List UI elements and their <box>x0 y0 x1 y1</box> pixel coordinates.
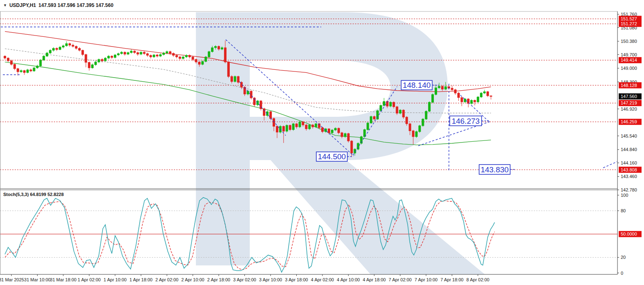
callout-price-label[interactable]: 146.273 <box>452 117 480 125</box>
candle-bullish[interactable] <box>370 116 372 123</box>
candle-bearish[interactable] <box>402 110 404 117</box>
candle-bearish[interactable] <box>169 51 171 53</box>
x-tick-label[interactable]: 31 Mar 18:00 <box>50 277 77 282</box>
x-tick-label[interactable]: 8 Apr 02:00 <box>466 277 489 282</box>
candle-bullish[interactable] <box>59 47 61 49</box>
candle-bearish[interactable] <box>409 124 411 131</box>
candle-bearish[interactable] <box>289 125 291 130</box>
candle-bearish[interactable] <box>347 134 349 141</box>
candle-bearish[interactable] <box>147 53 149 55</box>
candle-bullish[interactable] <box>419 126 421 131</box>
candle-bullish[interactable] <box>46 53 48 56</box>
x-tick-label[interactable]: 3 Apr 18:00 <box>285 277 308 282</box>
candle-bearish[interactable] <box>312 125 314 127</box>
candle-bullish[interactable] <box>114 55 116 58</box>
candle-bearish[interactable] <box>175 56 178 57</box>
candle-bearish[interactable] <box>137 53 139 54</box>
candle-bearish[interactable] <box>273 118 275 126</box>
candle-bullish[interactable] <box>160 55 162 56</box>
candle-bearish[interactable] <box>457 93 460 98</box>
candle-bullish[interactable] <box>234 76 236 81</box>
price-axis[interactable]: 151.760151.080150.380149.700149.000148.3… <box>617 12 642 276</box>
candle-bearish[interactable] <box>88 62 90 68</box>
candle-bearish[interactable] <box>373 116 375 119</box>
candle-bullish[interactable] <box>208 51 210 57</box>
candle-bearish[interactable] <box>7 58 9 61</box>
candle-bearish[interactable] <box>224 48 226 62</box>
candle-bullish[interactable] <box>98 60 100 62</box>
candle-bullish[interactable] <box>309 125 311 129</box>
candle-bullish[interactable] <box>27 70 29 73</box>
x-tick-label[interactable]: 4 Apr 18:00 <box>363 277 386 282</box>
stochastic-panel[interactable] <box>0 198 617 272</box>
x-tick-label[interactable]: 2 Apr 02:00 <box>155 277 178 282</box>
candle-bearish[interactable] <box>75 47 77 49</box>
candle-bearish[interactable] <box>474 100 476 102</box>
candle-bullish[interactable] <box>163 53 165 55</box>
candle-bullish[interactable] <box>65 44 67 46</box>
candle-bearish[interactable] <box>150 56 152 57</box>
x-tick-label[interactable]: 2 Apr 18:00 <box>207 277 230 282</box>
candle-bearish[interactable] <box>276 126 278 132</box>
candle-bearish[interactable] <box>237 76 239 82</box>
candle-bearish[interactable] <box>82 50 84 55</box>
candle-bullish[interactable] <box>429 102 431 111</box>
candle-bearish[interactable] <box>189 56 191 57</box>
candle-bearish[interactable] <box>393 102 395 107</box>
candle-bearish[interactable] <box>227 62 229 76</box>
candle-bullish[interactable] <box>185 56 187 57</box>
candle-bullish[interactable] <box>20 71 22 72</box>
candle-bullish[interactable] <box>153 55 155 57</box>
candle-bearish[interactable] <box>490 96 492 96</box>
candle-bullish[interactable] <box>117 53 119 55</box>
candle-bullish[interactable] <box>331 130 333 133</box>
callout-price-label[interactable]: 143.830 <box>481 165 509 174</box>
candle-bullish[interactable] <box>127 53 129 54</box>
candle-bearish[interactable] <box>133 51 135 53</box>
candle-bullish[interactable] <box>299 122 301 127</box>
candle-bearish[interactable] <box>10 61 12 65</box>
candle-bullish[interactable] <box>140 52 142 54</box>
candle-bullish[interactable] <box>438 86 440 88</box>
candle-bearish[interactable] <box>396 107 398 113</box>
x-tick-label[interactable]: 7 Apr 18:00 <box>440 277 463 282</box>
candle-bullish[interactable] <box>95 62 97 65</box>
candle-bearish[interactable] <box>328 129 330 133</box>
symbol-dropdown-arrow-icon[interactable]: ▼ <box>3 3 7 7</box>
candle-bullish[interactable] <box>120 52 122 53</box>
candle-bearish[interactable] <box>295 124 298 127</box>
x-tick-label[interactable]: 4 Apr 10:00 <box>337 277 360 282</box>
candle-bullish[interactable] <box>43 56 45 60</box>
candle-bullish[interactable] <box>425 111 427 119</box>
candle-bullish[interactable] <box>182 57 184 58</box>
candle-bearish[interactable] <box>56 48 58 49</box>
x-tick-label[interactable]: 31 Mar 2025 <box>0 277 24 282</box>
candle-bearish[interactable] <box>406 117 408 124</box>
chart-titlebar[interactable]: ▼ USDJPY,H1 147.593 147.596 147.395 147.… <box>3 2 113 8</box>
candle-bearish[interactable] <box>30 70 32 71</box>
candle-bullish[interactable] <box>383 102 385 106</box>
candle-bearish[interactable] <box>270 111 272 118</box>
candle-bearish[interactable] <box>23 71 25 73</box>
candle-bullish[interactable] <box>399 110 401 114</box>
candle-bearish[interactable] <box>322 128 324 132</box>
candle-bearish[interactable] <box>124 52 126 54</box>
candle-bullish[interactable] <box>53 48 55 50</box>
time-axis[interactable]: 31 Mar 202531 Mar 10:0031 Mar 18:001 Apr… <box>0 274 489 282</box>
candle-bullish[interactable] <box>108 56 110 58</box>
candle-bullish[interactable] <box>286 125 288 131</box>
candle-bearish[interactable] <box>69 44 71 45</box>
candle-bearish[interactable] <box>85 55 87 62</box>
candle-bearish[interactable] <box>101 60 103 61</box>
candle-bearish[interactable] <box>72 45 74 47</box>
candle-bearish[interactable] <box>467 99 469 103</box>
x-tick-label[interactable]: 4 Apr 02:00 <box>311 277 334 282</box>
candle-bullish[interactable] <box>166 51 168 53</box>
candle-bullish[interactable] <box>62 46 64 47</box>
x-tick-label[interactable]: 31 Mar 10:00 <box>24 277 51 282</box>
candle-bullish[interactable] <box>202 61 204 64</box>
candle-bearish[interactable] <box>250 91 252 98</box>
candle-bullish[interactable] <box>477 97 479 102</box>
candle-bearish[interactable] <box>487 92 489 96</box>
candle-bearish[interactable] <box>351 141 353 153</box>
